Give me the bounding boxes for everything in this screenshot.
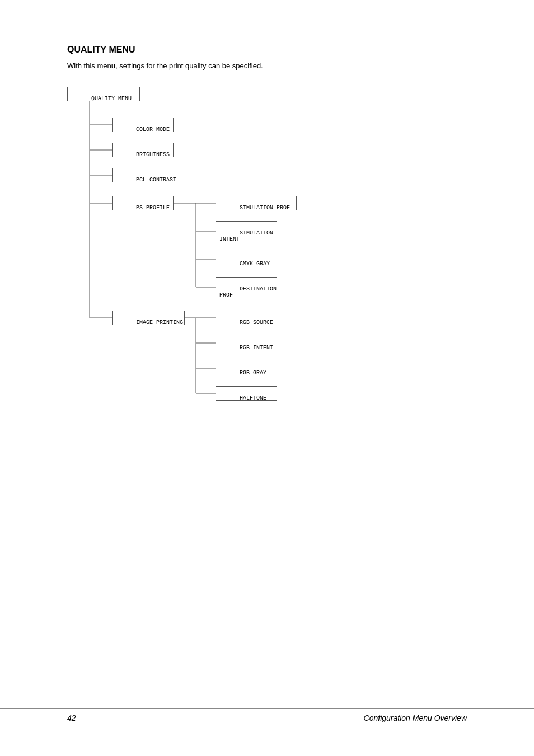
box-rgb-gray: RGB GRAY — [216, 361, 277, 375]
box-brightness: BRIGHTNESS — [112, 143, 174, 157]
box-quality-menu: QUALITY MENU — [67, 87, 140, 101]
box-rgb-intent: RGB INTENT — [216, 336, 277, 350]
page-number: 42 — [67, 713, 76, 722]
box-rgb-source: RGB SOURCE — [216, 311, 277, 325]
box-pcl-contrast: PCL CONTRAST — [112, 168, 179, 182]
box-simulation-prof: SIMULATION PROF — [216, 196, 297, 210]
page-footer: 42 Configuration Menu Overview — [0, 708, 534, 722]
diagram-lines — [67, 87, 319, 417]
section-title: QUALITY MENU — [67, 45, 467, 55]
box-cmyk-gray: CMYK GRAY — [216, 252, 277, 266]
menu-diagram: QUALITY MENU COLOR MODE BRIGHTNESS PCL C… — [67, 87, 319, 417]
box-color-mode: COLOR MODE — [112, 118, 174, 132]
page: QUALITY MENU With this menu, settings fo… — [0, 0, 534, 756]
footer-title: Configuration Menu Overview — [364, 713, 467, 722]
box-destination-prof: DESTINATION PROF — [216, 277, 277, 297]
box-simulation-intent: SIMULATION INTENT — [216, 221, 277, 241]
box-ps-profile: PS PROFILE — [112, 196, 174, 210]
section-description: With this menu, settings for the print q… — [67, 62, 467, 70]
box-image-printing: IMAGE PRINTING — [112, 311, 185, 325]
box-halftone: HALFTONE — [216, 386, 277, 401]
